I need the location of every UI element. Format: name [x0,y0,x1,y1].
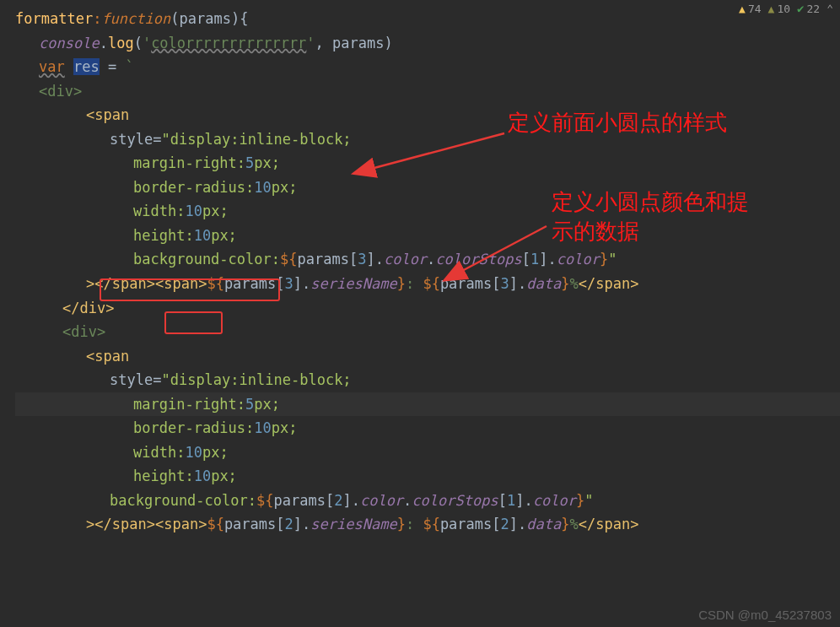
code-editor[interactable]: formatter:function(params){ console.log(… [0,0,840,537]
property-name: formatter [15,10,93,27]
watermark: CSDN @m0_45237803 [698,608,832,622]
